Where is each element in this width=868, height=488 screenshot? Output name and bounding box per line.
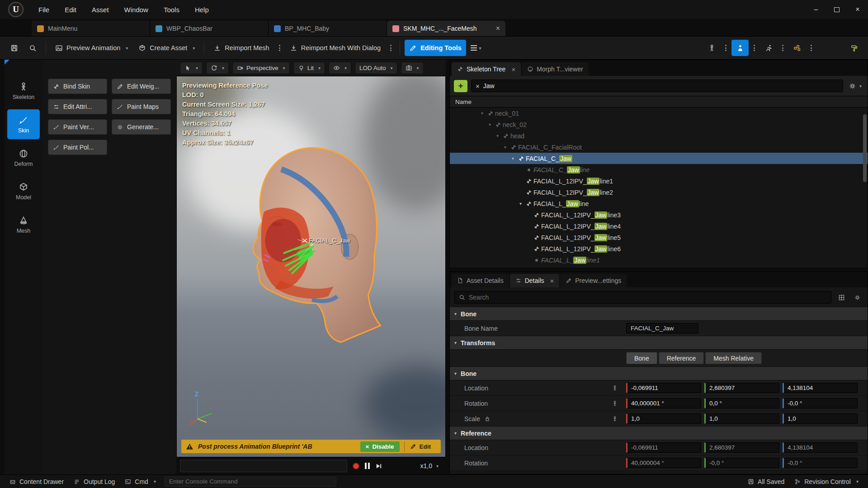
browse-to-asset-button[interactable]	[24, 40, 41, 56]
tree-settings-button[interactable]: ▾	[847, 82, 863, 90]
z-value-field[interactable]: 1,0	[783, 413, 858, 424]
y-value-field[interactable]: 2,680397	[704, 442, 779, 453]
tree-row[interactable]: FACIAL_L_12IPV_Jawline4	[450, 221, 868, 232]
mode-skeleton[interactable]: Skeleton	[7, 76, 40, 106]
mode-mesh[interactable]: Mes­h	[7, 210, 40, 239]
timeline-scrub-field[interactable]	[180, 460, 347, 472]
tree-row[interactable]: FACIAL_L_12IPV_Jawline1	[450, 175, 868, 187]
reimport-mesh-with-dialog-button[interactable]: Reimport Mesh With Dialog	[285, 40, 385, 56]
close-tab-icon[interactable]: ×	[511, 66, 515, 73]
console-command-input[interactable]	[169, 478, 332, 485]
y-value-field[interactable]: 0,0 °	[704, 398, 779, 408]
coordinate-space-dropdown[interactable]: ▾	[206, 62, 229, 74]
section-bone-transform[interactable]: ▾Bone	[450, 367, 868, 380]
display-grid-button[interactable]	[835, 294, 847, 301]
lod-dropdown[interactable]: LOD Auto▾	[355, 62, 397, 74]
menu-asset[interactable]: Asset	[84, 0, 117, 19]
tree-row[interactable]: ▾head	[450, 130, 868, 141]
edit-weights-button[interactable]: Edit Weig...	[112, 79, 171, 94]
content-drawer-button[interactable]: Content Drawer	[5, 475, 68, 488]
expander-icon[interactable]: ▾	[486, 122, 493, 127]
z-value-field[interactable]: 4,138104	[783, 383, 858, 393]
menu-edit[interactable]: Edit	[57, 0, 84, 19]
playback-speed-dropdown[interactable]: x1,0▾	[420, 462, 443, 469]
revision-control-button[interactable]: Revision Control▾	[790, 475, 863, 488]
tree-row[interactable]: ▾FACIAL_C_FacialRoot	[450, 141, 868, 153]
x-value-field[interactable]: 1,0	[626, 413, 701, 424]
expander-icon[interactable]: ▾	[502, 145, 509, 150]
view-mode-dropdown[interactable]: Lit▾	[293, 62, 325, 74]
details-settings-button[interactable]	[851, 294, 863, 301]
paint-maps-button[interactable]: Paint Maps	[112, 99, 171, 114]
skeleton-search-field[interactable]: ×	[471, 80, 843, 92]
animatable-bone-icon[interactable]	[585, 416, 626, 422]
close-icon[interactable]: ×	[847, 0, 868, 19]
transform-mode-reference[interactable]: Reference	[659, 352, 704, 364]
toolbar-overflow-button[interactable]: ▾	[467, 40, 485, 56]
output-log-button[interactable]: Output Log	[70, 475, 119, 488]
close-tab-icon[interactable]: ×	[550, 277, 554, 285]
edit-button[interactable]: Edit	[404, 441, 437, 452]
transform-mode-bone[interactable]: Bone	[626, 352, 657, 364]
3d-viewport[interactable]: FACIAL_C_Jaw Z Previewing Reference Pose…	[176, 76, 446, 457]
skeleton-toolbar-button[interactable]	[703, 40, 720, 56]
animation-options-icon[interactable]	[778, 45, 787, 51]
tree-scrollbar-thumb[interactable]	[863, 114, 867, 182]
expander-icon[interactable]: ▾	[517, 201, 524, 206]
y-value-field[interactable]: -0,0 °	[704, 458, 779, 468]
close-tab-icon[interactable]: ×	[496, 24, 500, 33]
tree-row[interactable]: ▾neck_02	[450, 119, 868, 130]
paint-vertices-button[interactable]: Paint Ver...	[48, 119, 107, 135]
disable-button[interactable]: ×Disable	[360, 441, 400, 452]
tab-morph-target-viewer[interactable]: Morph T...viewer	[522, 62, 588, 76]
skeleton-options-icon[interactable]	[722, 45, 730, 51]
tree-row[interactable]: FACIAL_C_Jawline	[450, 164, 868, 175]
skeleton-search-input[interactable]	[483, 82, 839, 89]
skin-options-icon[interactable]	[750, 45, 759, 51]
cmd-dropdown[interactable]: Cmd▾	[121, 475, 160, 488]
add-bone-button[interactable]: +	[454, 80, 467, 92]
details-search-field[interactable]	[454, 291, 831, 304]
name-column-header[interactable]: Name	[450, 96, 868, 108]
bone-name-value[interactable]: FACIAL_C_Jaw	[626, 323, 698, 333]
show-flags-dropdown[interactable]: ▾	[329, 62, 351, 74]
tab-mainmenu[interactable]: MainMenu	[32, 21, 150, 36]
menu-window[interactable]: Window	[117, 0, 156, 19]
screenshot-dropdown[interactable]: ▾	[401, 62, 424, 74]
maximize-icon[interactable]	[826, 0, 847, 19]
menu-tools[interactable]: Tools	[156, 0, 187, 19]
camera-mode-dropdown[interactable]: Perspective▾	[232, 62, 290, 74]
reimport-mesh-button[interactable]: Reimport Mesh	[209, 40, 274, 56]
x-value-field[interactable]: -0,069911	[626, 442, 701, 453]
section-bone[interactable]: ▾Bone	[450, 307, 868, 321]
tree-row[interactable]: FACIAL_L_Jawline1	[450, 254, 868, 266]
y-value-field[interactable]: 2,680397	[704, 383, 779, 393]
expander-icon[interactable]: ▾	[494, 133, 501, 138]
menu-help[interactable]: Help	[187, 0, 217, 19]
z-value-field[interactable]: -0,0 °	[783, 458, 858, 468]
menu-file[interactable]: File	[31, 0, 57, 19]
minimize-icon[interactable]: –	[806, 0, 826, 19]
y-value-field[interactable]: 1,0	[704, 413, 779, 424]
section-transforms[interactable]: ▾Transforms	[450, 336, 868, 350]
step-forward-button[interactable]	[375, 463, 382, 469]
tab-details[interactable]: Details ×	[510, 274, 560, 287]
expander-icon[interactable]: ▾	[509, 156, 516, 161]
tree-row[interactable]: FACIAL_L_12IPV_Jawline2	[450, 187, 868, 198]
unreal-logo-icon[interactable]: U	[8, 2, 24, 17]
preview-animation-dropdown[interactable]: Preview Animation▾	[51, 40, 132, 56]
console-command-field[interactable]	[165, 477, 336, 487]
paint-roller-toolbar-button[interactable]	[845, 40, 863, 56]
animatable-bone-icon[interactable]	[585, 385, 626, 391]
tab-skeleton-tree[interactable]: Skeleton Tree ×	[452, 62, 521, 76]
x-value-field[interactable]: -0,069911	[626, 383, 701, 393]
tree-row[interactable]: ▾neck_01	[450, 108, 868, 119]
reimport-dialog-options-icon[interactable]	[387, 45, 395, 51]
x-value-field[interactable]: 40,000004 °	[626, 458, 701, 468]
x-value-field[interactable]: 40,000001 °	[626, 398, 701, 408]
clear-search-icon[interactable]: ×	[476, 82, 480, 90]
mode-deform[interactable]: Deform	[7, 143, 40, 173]
reimport-options-icon[interactable]	[275, 45, 284, 51]
edit-attributes-button[interactable]: Edit Attri...	[48, 99, 107, 114]
z-value-field[interactable]: 4,138104	[783, 442, 858, 453]
